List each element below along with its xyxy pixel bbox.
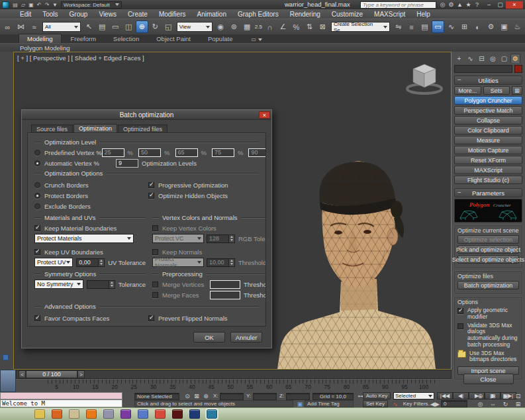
keep-vertex-colors-checkbox[interactable] [152,225,158,231]
merge-threshold-field[interactable] [210,280,240,289]
app-orange-icon[interactable] [52,409,62,419]
track-bar[interactable]: 5101520253035404550556065707580859095100 [16,379,452,392]
pan-icon[interactable]: ⇔ [487,400,499,407]
option-checkbox[interactable] [148,182,154,188]
spinner-snap-icon[interactable]: ⇅ [303,21,316,33]
menu-help[interactable]: Help [416,11,430,18]
fov-icon[interactable]: ◎ [474,400,487,407]
use-pivot-center-icon[interactable]: ◉ [215,21,227,33]
sign-in-icon[interactable]: ▲ [455,1,464,9]
predefined-value-field[interactable]: 65 [175,148,198,157]
rendered-frame-icon[interactable]: ▣ [498,21,510,33]
advanced-checkbox[interactable] [34,315,40,321]
project-folder-icon[interactable]: ▼ [51,1,59,9]
rgb-tolerance-spinner[interactable]: 128 [207,235,235,243]
restore-button[interactable]: ▢ [495,1,506,9]
ribbon-tab-selection[interactable]: Selection [105,34,147,43]
utility-collapse[interactable]: Collapse [454,116,522,125]
advanced-checkbox[interactable] [34,326,40,327]
auto-key-button[interactable]: Auto Key [363,392,391,399]
selection-lock-icon[interactable]: ⊠ [192,392,201,399]
viewport-label[interactable]: [ + ] [ Perspective ] [ Shaded + Edged F… [17,54,144,62]
menu-customize[interactable]: Customize [332,11,363,18]
dialog-close-button[interactable]: × [259,111,270,119]
protect-materials-dropdown[interactable]: Protect Materials [34,234,134,243]
advanced-checkbox[interactable] [148,315,154,321]
explorer-icon[interactable] [34,409,45,419]
x-field[interactable] [220,393,244,400]
chrome-icon[interactable] [155,409,166,419]
scene-button-select-and-optimize-objects[interactable]: Select and optimize objects [457,255,519,264]
reference-coordinate-dropdown[interactable]: View [177,22,213,32]
app-blue-icon[interactable] [138,409,148,419]
open-file-icon[interactable]: ▱ [19,1,27,9]
utilities-rollout[interactable]: Utilities [454,76,522,85]
default-in-out-tangent-icon[interactable]: ∿ [391,400,400,407]
utility-color-clipboard[interactable]: Color Clipboard [454,126,522,134]
bind-to-space-warp-icon[interactable]: ≈ [28,21,40,33]
set-key-button[interactable]: Set Key [363,400,388,407]
window-crossing-icon[interactable]: ◫ [122,21,135,33]
app-gray-icon[interactable] [103,409,114,419]
search-binoculars-icon[interactable]: ◎ [438,1,447,9]
predefined-value-field[interactable]: 50 [138,148,161,157]
create-tab-icon[interactable]: + [454,54,464,63]
merge-faces-checkbox[interactable] [152,292,158,298]
photos-app-icon[interactable] [189,409,200,419]
menu-edit[interactable]: Edit [20,11,31,18]
save-file-icon[interactable]: ▣ [27,1,35,9]
previous-frame-arrow[interactable]: < [19,370,26,378]
go-to-start-icon[interactable]: |◀◀ [437,392,453,399]
utility-reset-xform[interactable]: Reset XForm [454,156,522,164]
select-by-name-icon[interactable]: ▤ [96,21,109,33]
batch-optimization-button[interactable]: Batch optimization [457,281,519,289]
zoom-extents-icon[interactable]: ▣ [499,392,512,399]
menu-group[interactable]: Group [70,11,88,18]
key-filters-button[interactable]: Key Filters... [401,400,434,407]
mini-dock-icon[interactable] [3,354,9,360]
symmetry-dropdown[interactable]: No Symmetry [34,280,83,289]
menu-tools[interactable]: Tools [42,11,58,18]
keep-uv-checkbox[interactable] [34,249,40,255]
scene-button-optimize-selection[interactable]: Optimize selection [457,235,519,244]
firefox-icon[interactable] [86,409,97,419]
keep-material-checkbox[interactable] [34,225,40,231]
visual-studio-icon[interactable] [120,409,131,419]
close-utility-button[interactable]: Close [463,374,514,384]
threshold-angle-spinner[interactable]: 10,00 [207,258,235,267]
selection-filter-dropdown[interactable]: All [42,22,81,32]
key-mode-toggle-icon[interactable]: ◀▶ [430,400,440,407]
minimize-button[interactable]: – [483,1,495,9]
app-darkred-icon[interactable] [172,409,183,419]
modify-tab-icon[interactable]: ∿ [465,54,475,63]
predefined-value-field[interactable]: 75 [212,148,234,157]
absolute-mode-icon[interactable]: ⊛ [201,392,211,399]
next-frame-arrow[interactable]: > [77,370,85,378]
menu-modifiers[interactable]: Modifiers [159,11,186,18]
border-radio[interactable] [34,182,40,188]
home-app-icon[interactable] [69,409,79,419]
advanced-checkbox[interactable] [148,326,154,327]
select-and-link-icon[interactable]: ∞ [1,21,14,33]
keyboard-override-icon[interactable]: ▦ [241,21,254,33]
menu-create[interactable]: Create [128,11,148,18]
configure-utilities-icon[interactable]: ⊞ [512,86,522,95]
curve-editor-icon[interactable]: ∿ [445,21,457,33]
ok-button[interactable]: OK [193,332,225,342]
search-input[interactable] [360,1,436,9]
select-object-icon[interactable]: ↖ [83,21,95,33]
more-button[interactable]: More... [454,86,481,95]
predefined-value-field[interactable]: 25 [102,148,124,157]
predefined-value-field[interactable]: 90 [248,148,266,157]
zoom-icon[interactable]: ⊕ [474,392,487,399]
render-setup-icon[interactable]: ⚙ [485,21,497,33]
percent-snap-icon[interactable]: % [290,21,303,33]
help-icon[interactable]: ? [473,1,481,9]
new-file-icon[interactable]: ▤ [11,1,19,9]
uv-tolerance-spinner[interactable]: 0,00 [76,258,105,267]
optimization-levels-field[interactable]: 9 [116,159,138,168]
merge-angle-field[interactable] [210,291,240,299]
automatic-vertex-radio[interactable] [34,160,40,166]
mirror-icon[interactable]: ⇋ [392,21,405,33]
keep-normals-checkbox[interactable] [152,249,158,255]
